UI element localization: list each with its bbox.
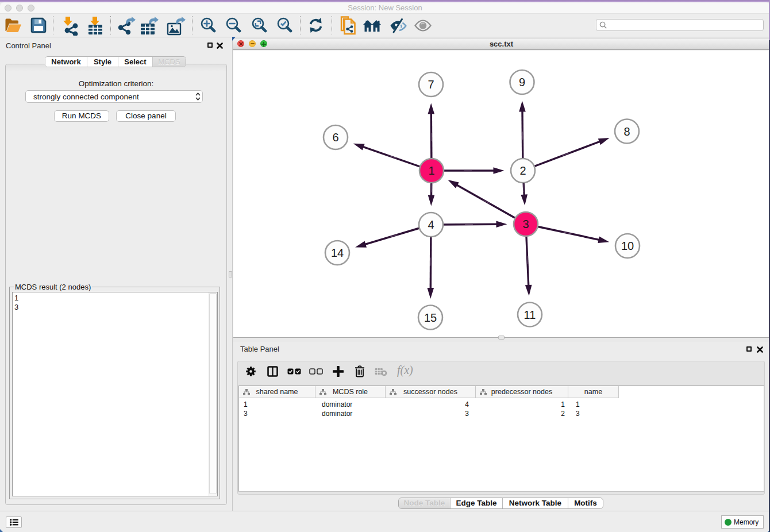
svg-text:6: 6 bbox=[332, 131, 338, 144]
svg-text:8: 8 bbox=[623, 125, 630, 138]
svg-text:1: 1 bbox=[428, 164, 434, 177]
svg-text:7: 7 bbox=[428, 78, 434, 91]
svg-text:15: 15 bbox=[424, 311, 437, 324]
svg-text:9: 9 bbox=[519, 76, 525, 88]
svg-text:14: 14 bbox=[331, 246, 344, 259]
svg-text:10: 10 bbox=[621, 240, 634, 252]
svg-text:4: 4 bbox=[428, 218, 434, 231]
svg-text:2: 2 bbox=[519, 164, 526, 177]
svg-text:11: 11 bbox=[524, 309, 536, 321]
svg-text:3: 3 bbox=[522, 218, 529, 230]
